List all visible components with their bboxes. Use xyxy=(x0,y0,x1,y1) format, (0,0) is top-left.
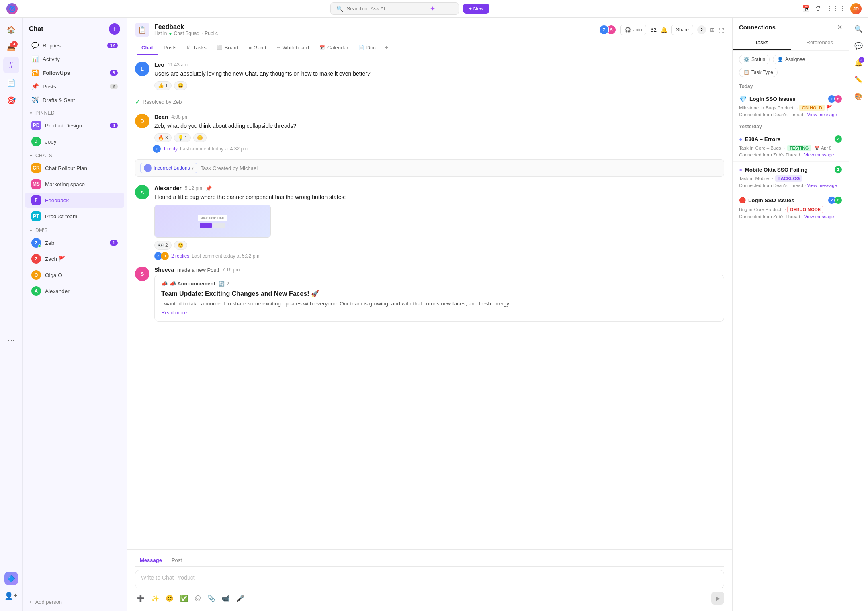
icon-bar-item-goals[interactable]: 🎯 xyxy=(3,92,19,109)
tab-calendar[interactable]: 📅 Calendar xyxy=(315,41,353,55)
far-right-palette-button[interactable]: 🎨 xyxy=(852,89,866,104)
rp-filter-task-type[interactable]: 📋 Task Type xyxy=(739,68,778,77)
rp-tab-tasks[interactable]: Tasks xyxy=(733,35,791,50)
sidebar-section-dms[interactable]: ▼ DM's xyxy=(23,224,127,235)
tab-posts[interactable]: Posts xyxy=(159,41,182,55)
icon-bar-item-more[interactable]: ⋯ xyxy=(3,332,19,348)
icon-bar-item-home[interactable]: 🏠 xyxy=(3,22,19,38)
task-1-connected-from: Connected from Dean's Thread xyxy=(739,112,803,117)
sidebar-item-joey[interactable]: J Joey xyxy=(25,134,124,149)
icon-bar-item-spaces[interactable]: 🔷 xyxy=(3,572,19,588)
reaction-smile[interactable]: 😄 xyxy=(174,81,187,90)
check-toolbar-icon[interactable]: ✅ xyxy=(178,593,190,604)
tab-whiteboard[interactable]: ✏ Whiteboard xyxy=(272,41,314,55)
add-toolbar-icon[interactable]: ➕ xyxy=(135,593,146,604)
rp-filter-status[interactable]: ⚙️ Status xyxy=(739,55,770,64)
task-2-view-message[interactable]: View message xyxy=(804,152,834,157)
connections-close-button[interactable]: ✕ xyxy=(837,23,842,31)
tab-chat[interactable]: Chat xyxy=(137,41,158,55)
add-person-button[interactable]: + Add person xyxy=(29,596,120,608)
grid-icon[interactable]: ⋮⋮⋮ xyxy=(826,5,845,12)
join-button[interactable]: 🎧 Join xyxy=(620,25,646,35)
task-1-view-message[interactable]: View message xyxy=(807,112,837,117)
sidebar-item-alexander[interactable]: A Alexander xyxy=(25,283,124,299)
separator-dot: · xyxy=(796,105,798,110)
tab-gantt[interactable]: ≡ Gantt xyxy=(244,41,271,55)
far-right-comments-button[interactable]: 💬 xyxy=(852,39,866,53)
bell-icon[interactable]: 🔔 xyxy=(661,27,667,33)
mention-toolbar-icon[interactable]: @ xyxy=(193,593,203,603)
followups-badge: 8 xyxy=(110,70,118,76)
task-type-filter-label: Task Type xyxy=(751,70,773,75)
tab-doc[interactable]: 📄 Doc xyxy=(354,41,381,55)
channel-squad: Chat Squad xyxy=(174,31,199,36)
status-filter-icon: ⚙️ xyxy=(743,57,749,62)
dean-reply[interactable]: Z 1 reply Last comment today at 4:32 pm xyxy=(154,145,724,153)
tab-add-button[interactable]: + xyxy=(381,41,391,55)
icon-bar-item-inbox[interactable]: 📥 4 xyxy=(3,39,19,55)
reaction-smile2[interactable]: 😊 xyxy=(193,133,207,142)
user-avatar[interactable]: JD xyxy=(850,3,862,14)
icon-bar-item-docs[interactable]: 📄 xyxy=(3,75,19,91)
sidebar-section-pinned[interactable]: ▼ Pinned xyxy=(23,107,127,117)
share-button[interactable]: Share xyxy=(671,25,693,35)
timer-icon[interactable]: ⏱ xyxy=(815,5,821,12)
sidebar-item-zeb[interactable]: Z Zeb 1 xyxy=(25,235,124,250)
input-tab-post[interactable]: Post xyxy=(167,555,187,566)
reaction-smile3[interactable]: 😊 xyxy=(174,241,187,250)
icon-bar-item-chat[interactable]: # xyxy=(3,57,19,73)
sidebar-item-olga[interactable]: O Olga O. xyxy=(25,267,124,283)
grid-icon[interactable]: ⊞ xyxy=(710,27,715,33)
sidebar-item-zach[interactable]: Z Zach 🚩 xyxy=(25,251,124,267)
activity-label: Activity xyxy=(43,56,118,62)
reaction-eyes[interactable]: 👀 2 xyxy=(154,241,172,250)
sidebar-item-feedback[interactable]: F Feedback xyxy=(25,193,124,208)
sidebar-section-chats[interactable]: ▼ Chats xyxy=(23,150,127,160)
sidebar-item-replies[interactable]: 💬 Replies 12 xyxy=(25,39,124,52)
sidebar-add-button[interactable]: + xyxy=(109,23,120,35)
reaction-fire[interactable]: 🔥 3 xyxy=(154,133,172,142)
tab-board[interactable]: ⬜ Board xyxy=(212,41,244,55)
search-bar[interactable]: 🔍 ✦ xyxy=(330,2,459,15)
task-4-view-message[interactable]: View message xyxy=(804,214,834,219)
emoji-toolbar-icon[interactable]: 😊 xyxy=(164,593,175,604)
rp-filter-assignee[interactable]: 👤 Assignee xyxy=(773,55,809,64)
video-toolbar-icon[interactable]: 📹 xyxy=(220,593,231,604)
task-2-connected-from: Connected from Zeb's Thread xyxy=(739,152,800,157)
alexander-reply[interactable]: Z D 2 replies Last comment today at 5:32… xyxy=(154,252,724,260)
far-right-search-button[interactable]: 🔍 xyxy=(852,22,866,36)
sidebar-item-followups[interactable]: 🔁 FollowUps 8 xyxy=(25,66,124,79)
member-count: 32 xyxy=(650,27,657,33)
sidebar-item-drafts[interactable]: ✈️ Drafts & Sent xyxy=(25,94,124,107)
read-more-button[interactable]: Read more xyxy=(161,310,717,316)
message-input-box[interactable]: Write to Chat Product xyxy=(135,570,724,588)
assignee-filter-label: Assignee xyxy=(785,57,805,62)
input-tab-message[interactable]: Message xyxy=(135,555,167,566)
task-3-view-message[interactable]: View message xyxy=(807,183,837,188)
app-logo[interactable]: 🌀 xyxy=(6,3,18,14)
icon-bar-item-add-user[interactable]: 👤+ xyxy=(3,588,19,604)
calendar-icon[interactable]: 📅 xyxy=(802,5,810,12)
sidebar-item-activity[interactable]: 📊 Activity xyxy=(25,53,124,66)
sidebar-item-product-team[interactable]: PT Product team xyxy=(25,209,124,224)
tab-tasks[interactable]: ☑ Tasks xyxy=(182,41,211,55)
attach-toolbar-icon[interactable]: 📎 xyxy=(206,593,217,604)
mic-toolbar-icon[interactable]: 🎤 xyxy=(235,593,246,604)
far-right-edit-button[interactable]: ✏️ xyxy=(852,72,866,87)
rp-tab-references[interactable]: References xyxy=(791,35,849,50)
ai-toolbar-icon[interactable]: ✨ xyxy=(149,593,161,604)
sidebar-item-marketing-space[interactable]: MS Marketing space xyxy=(25,176,124,192)
reaction-thumbsup[interactable]: 👍 1 xyxy=(154,81,172,90)
send-button[interactable]: ▶ xyxy=(711,592,724,605)
new-button[interactable]: + New xyxy=(463,4,489,14)
search-input[interactable] xyxy=(346,6,427,12)
headphones-icon: 🎧 xyxy=(625,27,631,33)
sidebar-item-chat-rollout[interactable]: CR Chat Rollout Plan xyxy=(25,160,124,176)
far-right-notifications-button[interactable]: 🔔 2 xyxy=(852,55,866,70)
expand-icon[interactable]: ⬚ xyxy=(719,27,724,33)
sidebar-item-posts[interactable]: 📌 Posts 2 xyxy=(25,80,124,93)
sidebar-item-product-design[interactable]: PD Product Design 3 xyxy=(25,118,124,133)
task-tag-incorrect-buttons[interactable]: Incorrect Buttons ▾ xyxy=(140,163,197,173)
task-4-type: Bug xyxy=(739,207,747,212)
reaction-bulb[interactable]: 💡 1 xyxy=(174,133,191,142)
